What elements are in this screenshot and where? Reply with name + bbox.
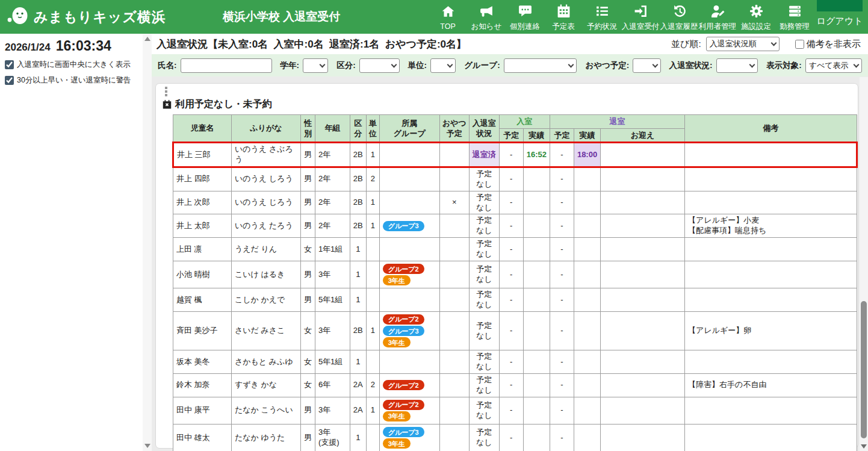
cell-exit-plan: -	[550, 214, 574, 238]
table-row[interactable]: 鈴木 加奈すずき かな女6年2A2グループ2予定なし--【障害】右手の不自由	[173, 374, 857, 397]
cell-status: 予定なし	[469, 311, 499, 350]
group-badge: グループ3	[383, 221, 424, 231]
app-logo[interactable]: みまもりキッズ横浜	[0, 5, 166, 29]
cell-tani	[366, 261, 379, 288]
nav-item-work[interactable]: 勤務管理	[775, 2, 814, 32]
grade-filter[interactable]	[303, 58, 328, 73]
nav-item-news[interactable]: お知らせ	[467, 2, 506, 32]
nav-item-settings[interactable]: 施設設定	[737, 2, 775, 32]
logout-button[interactable]: ログアウト	[814, 0, 866, 34]
cell-remarks	[685, 238, 857, 261]
nav-label: 予定表	[552, 22, 575, 32]
sort-select[interactable]: 入退室状況順	[706, 37, 780, 51]
cell-entry-plan: -	[499, 191, 523, 214]
table-row[interactable]: 井上 三郎いのうえ さぶろう男2年2B1退室済-16:52-18:00	[173, 143, 857, 167]
cell-entry-actual	[523, 214, 550, 238]
tani-filter[interactable]	[430, 58, 456, 73]
cell-groups: グループ23年生	[379, 397, 439, 424]
col-kana: ふりがな	[231, 115, 300, 143]
table-row[interactable]: 田中 雄太たなか ゆうた男3年 (支援)1グループ33年生予定なし--	[173, 425, 857, 451]
chevron-down-icon	[568, 61, 574, 67]
chevron-down-icon	[770, 40, 777, 46]
col-oyatsu: おやつ 予定	[439, 115, 469, 143]
table-row[interactable]: 斉田 美沙子さいだ みさこ女3年2B1グループ2グループ33年生予定なし--【ア…	[173, 311, 857, 350]
entry-header-link[interactable]: 入室	[499, 115, 550, 129]
cell-class: 3年	[315, 397, 350, 424]
cell-name: 鈴木 加奈	[173, 374, 232, 397]
cell-tani: 2	[366, 374, 379, 397]
status-filter-label: 入退室状況:	[669, 60, 713, 71]
cell-entry-actual	[523, 374, 550, 397]
nav-item-schedule[interactable]: 予定表	[544, 2, 583, 32]
nav-item-top[interactable]: TOP	[429, 3, 467, 31]
cell-status: 予定なし	[469, 214, 499, 238]
nav-item-contact[interactable]: 個別連絡	[506, 2, 544, 32]
cell-entry-actual	[523, 167, 550, 191]
table-row[interactable]: 坂本 美冬さかもと みふゆ女5年1組1予定なし--	[173, 350, 857, 374]
cell-name: 上田 凛	[173, 238, 232, 261]
nav-item-entry-exit[interactable]: 入退室受付	[621, 2, 660, 32]
drag-handle[interactable]	[165, 87, 167, 98]
logout-label: ログアウト	[817, 16, 863, 27]
col-entry-actual: 実績	[523, 128, 550, 143]
nav-label: 入退室受付	[622, 22, 660, 32]
cell-kubun: 1	[350, 261, 366, 288]
cell-kana: うえだ りん	[231, 238, 300, 261]
scroll-down-arrow[interactable]	[144, 444, 150, 448]
mascot-icon	[6, 5, 30, 29]
table-row[interactable]: 越賀 楓こしか かえで男5年1組1予定なし--	[173, 288, 857, 312]
cell-entry-plan: -	[499, 350, 523, 374]
nav-item-users[interactable]: 利用者管理	[698, 2, 737, 32]
cell-oyatsu	[439, 397, 469, 424]
nav-label: 利用者管理	[699, 22, 737, 32]
cell-exit-actual	[574, 214, 600, 238]
cell-class: 5年1組	[315, 350, 350, 374]
table-row[interactable]: 小池 晴樹こいけ はるき男3年1グループ23年生予定なし--	[173, 261, 857, 288]
cell-kana: こしか かえで	[231, 288, 300, 312]
cell-kana: いのうえ じろう	[231, 191, 300, 214]
hide-remarks-checkbox[interactable]	[795, 40, 804, 49]
table-row[interactable]: 井上 四郎いのうえ しろう男2年2B2予定なし--	[173, 167, 857, 191]
remark-line: 【アレルギー】小麦	[688, 216, 854, 226]
nav-item-reservations[interactable]: 予約状況	[583, 2, 621, 32]
current-time: 16:03:34	[56, 38, 111, 54]
cell-class: 2年	[315, 214, 350, 238]
col-kubun: 区 分	[350, 115, 366, 143]
display-filter[interactable]: すべて表示	[805, 58, 862, 73]
cell-name: 坂本 美冬	[173, 350, 232, 374]
status-filter[interactable]	[716, 58, 758, 73]
group-filter[interactable]	[504, 58, 577, 73]
cell-pickup	[601, 397, 685, 424]
section-title: 利用予定なし・未予約	[175, 98, 272, 111]
exit-header-link[interactable]: 退室	[550, 115, 684, 129]
chevron-down-icon	[320, 61, 326, 67]
scroll-up-arrow[interactable]	[144, 37, 150, 41]
col-exit-actual: 実績	[574, 128, 600, 143]
cell-tani	[366, 425, 379, 451]
table-row[interactable]: 上田 凛うえだ りん女1年1組1予定なし--	[173, 238, 857, 261]
nav-item-history[interactable]: 入退室履歴	[660, 2, 698, 32]
table-row[interactable]: 田中 康平たなか こうへい男3年2A1グループ23年生予定なし--	[173, 397, 857, 424]
table-row[interactable]: 井上 次郎いのうえ じろう男2年2B1×予定なし--	[173, 191, 857, 214]
cell-exit-plan: -	[550, 350, 574, 374]
hide-remarks-label: 備考を非表示	[807, 39, 861, 50]
sidebar-option-checkbox-0[interactable]	[5, 60, 14, 69]
cell-oyatsu	[439, 374, 469, 397]
table-row[interactable]: 井上 太郎いのうえ たろう男2年2B1グループ3予定なし--【アレルギー】小麦【…	[173, 214, 857, 238]
sidebar-option-checkbox-1[interactable]	[5, 76, 14, 85]
sort-select-value: 入退室状況順	[710, 39, 757, 49]
cell-pickup	[601, 311, 685, 350]
cell-kubun: 2B	[350, 311, 366, 350]
group-badge: グループ2	[383, 264, 424, 274]
scrollbar-thumb[interactable]	[861, 301, 867, 438]
group-filter-label: グループ:	[464, 60, 500, 71]
kubun-filter[interactable]	[359, 58, 400, 73]
cell-tani: 1	[366, 214, 379, 238]
oyatsu-filter[interactable]	[633, 58, 660, 73]
cell-groups: グループ2	[379, 374, 439, 397]
history-icon	[672, 4, 687, 20]
cell-name: 小池 晴樹	[173, 261, 232, 288]
scroll-down-arrow[interactable]	[861, 444, 867, 449]
cell-class: 2年	[315, 191, 350, 214]
name-filter[interactable]	[181, 58, 272, 73]
